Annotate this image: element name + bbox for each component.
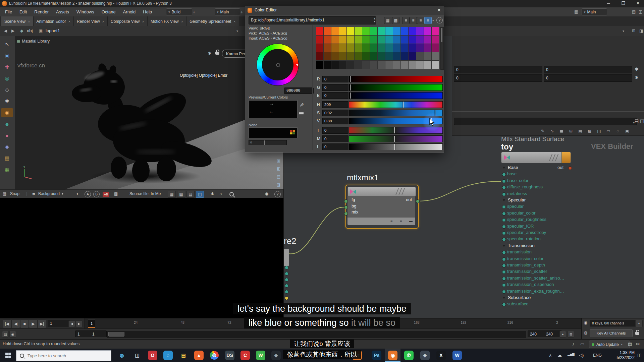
tab-close-icon[interactable]: × bbox=[68, 19, 70, 23]
tab-animation-editor[interactable]: Animation Editor× bbox=[34, 16, 74, 26]
param-input-transmission_extra_roughn…[interactable]: transmission_extra_roughn… bbox=[507, 289, 564, 294]
wechat-icon[interactable]: W bbox=[253, 349, 268, 362]
range-start-field-2[interactable]: 1 bbox=[90, 330, 107, 337]
view-grid-1-button[interactable]: ▦ bbox=[168, 191, 176, 198]
param-input-specular[interactable]: specular bbox=[507, 204, 524, 209]
shelf-set-selector[interactable]: ▾ Main bbox=[215, 8, 240, 15]
menu-arnold[interactable]: Arnold bbox=[119, 7, 140, 16]
view-lock-icon[interactable]: ▣ bbox=[1, 51, 13, 60]
slider-track-S[interactable] bbox=[349, 110, 443, 116]
tab-close-icon[interactable]: × bbox=[181, 19, 183, 23]
range-end-field-2[interactable]: 240 bbox=[544, 330, 562, 337]
mix-output-dot[interactable] bbox=[416, 199, 420, 203]
pose-tool-icon[interactable]: ✚ bbox=[1, 62, 13, 72]
wand-icon[interactable]: ✱ bbox=[211, 191, 214, 197]
mix-input-fg-dot[interactable] bbox=[344, 199, 348, 203]
menu-file[interactable]: File bbox=[1, 7, 16, 16]
slider-track-T[interactable] bbox=[349, 127, 443, 134]
minimize-button[interactable]: ─ bbox=[602, 1, 614, 6]
w-app-icon[interactable]: W bbox=[449, 349, 465, 362]
display-options-icon[interactable]: ✱ bbox=[208, 51, 212, 56]
compare-ab-button[interactable]: AB bbox=[103, 192, 109, 197]
snapshot-icon[interactable]: ◉ bbox=[265, 191, 268, 197]
param-input-transmission[interactable]: transmission bbox=[507, 249, 532, 254]
objects-tool-icon[interactable]: ◎ bbox=[1, 74, 13, 83]
input-dot-specular_color[interactable] bbox=[502, 212, 506, 216]
param-group-specular[interactable]: ▼Specular bbox=[502, 197, 526, 202]
range-up-icon[interactable]: ▲ bbox=[559, 331, 566, 338]
range-slider[interactable] bbox=[107, 331, 526, 338]
param-input-specular_IOR[interactable]: specular_IOR bbox=[507, 224, 534, 229]
viewport-quad-icon[interactable]: ◨ bbox=[276, 182, 282, 188]
slider-track-R[interactable] bbox=[349, 76, 443, 82]
pin-pane-icon[interactable]: ⊞ bbox=[632, 28, 635, 33]
slider-marker-R[interactable] bbox=[350, 76, 351, 82]
toy-node-bar[interactable] bbox=[501, 152, 571, 163]
slider-track-G[interactable] bbox=[349, 84, 443, 91]
current-frame-field[interactable]: 1 bbox=[48, 320, 70, 327]
slider-marker-H[interactable] bbox=[403, 102, 404, 108]
red-c-app-icon[interactable]: C bbox=[237, 349, 253, 362]
snap-label[interactable]: Snap bbox=[10, 191, 19, 197]
user-icon[interactable]: ☻ bbox=[32, 191, 36, 197]
panel-icon[interactable]: ▣ bbox=[623, 128, 631, 134]
pane-type-label[interactable]: ▦ Material Library bbox=[17, 39, 50, 44]
node-flag-icon[interactable]: ≡ bbox=[390, 219, 392, 223]
main-shelf-selector[interactable]: ▾ Main bbox=[582, 8, 607, 15]
geometry-tool-icon[interactable]: ◇ bbox=[1, 85, 13, 95]
param-input-transmission_scatter_aniso…[interactable]: transmission_scatter_aniso… bbox=[507, 276, 565, 281]
close-button[interactable]: ✕ bbox=[632, 1, 644, 6]
background-dropdown-icon[interactable]: ▾ bbox=[62, 191, 63, 197]
gear-icon[interactable]: ✱ bbox=[635, 67, 639, 71]
timeline-ruler[interactable]: 244872961201441681922162 bbox=[85, 318, 582, 329]
split-pane-icon[interactable]: ◨ bbox=[639, 28, 643, 33]
view-list-button[interactable]: ▤ bbox=[186, 191, 195, 198]
scope-icon[interactable]: ◉ bbox=[584, 320, 587, 325]
mail-icon[interactable]: ✉ bbox=[636, 342, 640, 346]
checker-background-icon[interactable]: ▩ bbox=[114, 191, 118, 197]
slider-value-G[interactable]: 0 bbox=[322, 84, 348, 91]
param-input-transmission_color[interactable]: transmission_color bbox=[507, 256, 543, 261]
file-explorer-icon[interactable]: ▤ bbox=[176, 349, 191, 362]
gear-icon[interactable]: ✱ bbox=[635, 75, 639, 80]
collapse-triangle-icon[interactable]: ▼ bbox=[502, 244, 506, 248]
menu-windows[interactable]: Windows bbox=[73, 7, 98, 16]
whatsapp-icon[interactable]: ✆ bbox=[401, 349, 417, 362]
dynamics-tool-icon[interactable]: ● bbox=[1, 131, 13, 140]
tab-close-icon[interactable]: × bbox=[28, 19, 30, 23]
param-input-specular_roughness[interactable]: specular_roughness bbox=[507, 217, 546, 222]
play-button[interactable]: ▶ bbox=[29, 319, 38, 328]
slider-marker-M[interactable] bbox=[394, 136, 395, 142]
loop-mode-icon[interactable]: ◉ bbox=[9, 331, 16, 338]
toy-output-dot[interactable] bbox=[568, 166, 572, 170]
key-all-channels-button[interactable]: Key All Channels bbox=[590, 329, 633, 337]
slider-marker-I[interactable] bbox=[394, 144, 395, 150]
add-tab-button[interactable]: ＋ bbox=[204, 18, 208, 24]
param-input-subsurface[interactable]: subsurface bbox=[507, 301, 529, 306]
desktop-selector[interactable]: ▾ Build bbox=[166, 8, 192, 15]
menu-render[interactable]: Render bbox=[31, 7, 52, 16]
slider-value-R[interactable]: 0 bbox=[322, 76, 348, 82]
message-log-icon[interactable]: ▭ bbox=[580, 342, 584, 346]
maximize-button[interactable]: ❐ bbox=[617, 1, 629, 6]
param-input-base[interactable]: base bbox=[507, 171, 517, 176]
cortana-icon[interactable]: ◍ bbox=[114, 349, 129, 362]
slider-marker-V[interactable] bbox=[431, 118, 432, 124]
tab-close-icon[interactable]: × bbox=[142, 19, 144, 23]
slider-value-S[interactable]: 0.92 bbox=[322, 110, 348, 116]
breadcrumb-node[interactable]: lopnet1 bbox=[46, 28, 60, 33]
frame-icon[interactable]: ▭ bbox=[604, 128, 612, 134]
slider-track-B[interactable] bbox=[349, 92, 443, 99]
slider-marker-T[interactable] bbox=[394, 127, 395, 133]
auto-update-dropdown[interactable]: Auto Update ▾ bbox=[589, 341, 630, 348]
input-dot-transmission_depth[interactable] bbox=[502, 264, 506, 267]
input-dot-base_color[interactable] bbox=[502, 179, 506, 183]
background-label[interactable]: Background bbox=[38, 191, 60, 197]
slider-value-M[interactable]: 0 bbox=[322, 135, 348, 142]
davinci-resolve-icon[interactable]: DS bbox=[222, 349, 237, 362]
slider-track-H[interactable] bbox=[349, 101, 443, 108]
language-indicator[interactable]: ENG bbox=[593, 353, 602, 358]
channel-scope-icon[interactable]: ◍ bbox=[584, 330, 587, 335]
slider-value-T[interactable]: 0 bbox=[322, 127, 348, 134]
param-input-specular_color[interactable]: specular_color bbox=[507, 210, 536, 216]
